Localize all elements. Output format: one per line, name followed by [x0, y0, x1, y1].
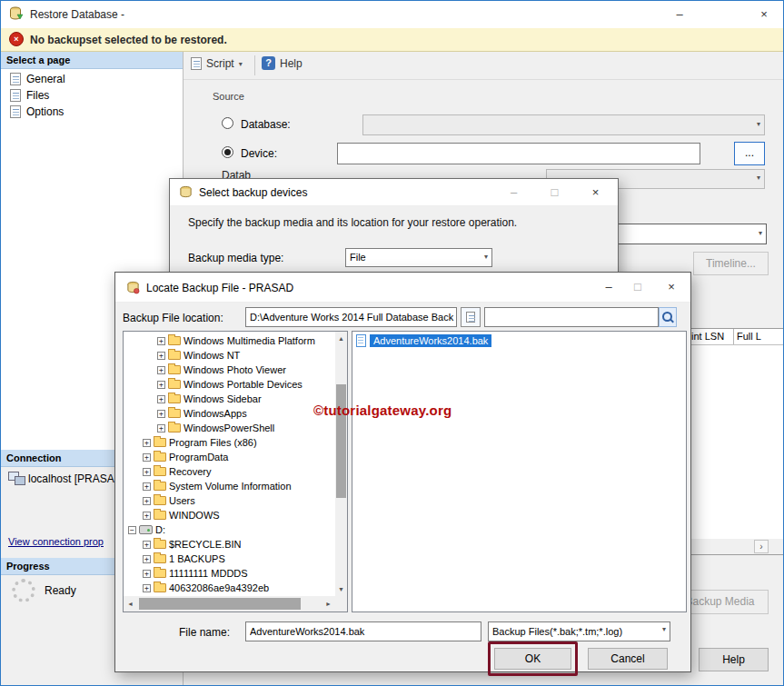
file-list-item-selected[interactable]: AdventureWorks2014.bak [352, 332, 686, 347]
expand-icon[interactable]: + [157, 395, 165, 403]
expand-icon[interactable]: + [157, 366, 165, 374]
tree-item[interactable]: +WindowsApps [124, 406, 335, 421]
tree-item[interactable]: +WINDOWS [124, 508, 335, 522]
tree-item-label: WindowsApps [184, 408, 247, 419]
database-combobox: ▾ [362, 114, 765, 135]
tree-item[interactable]: +11111111 MDDDS [124, 566, 335, 581]
script-label: Script [206, 57, 234, 70]
scroll-left-icon[interactable]: ◄ [124, 596, 137, 611]
collapse-icon[interactable]: − [128, 526, 136, 534]
database-radio[interactable] [222, 117, 233, 129]
tree-item[interactable]: +WindowsPowerShell [124, 421, 335, 435]
device-radio[interactable] [222, 146, 233, 158]
tree-item[interactable]: +40632086ae9a4392eb [124, 581, 335, 595]
expand-icon[interactable]: + [157, 424, 165, 432]
search-input[interactable] [484, 307, 659, 327]
file-name-label: File name: [179, 626, 230, 639]
sidebar-item-general[interactable]: General [1, 69, 183, 85]
window-title: Restore Database - [30, 8, 124, 21]
expand-icon[interactable]: + [143, 497, 151, 505]
expand-icon[interactable]: + [157, 410, 165, 418]
chevron-down-icon: ▾ [757, 114, 760, 132]
tree-item[interactable]: +Windows Photo Viewer [124, 363, 335, 377]
help-toolbar-button[interactable]: ? Help [262, 56, 303, 70]
refresh-button[interactable] [461, 307, 481, 327]
tree-vscrollbar[interactable]: ▲ ▼ [335, 332, 347, 596]
help-label: Help [280, 57, 303, 70]
tree-item[interactable]: +1 BACKUPS [124, 552, 335, 566]
folder-icon [154, 438, 166, 447]
scroll-right-icon[interactable]: › [754, 540, 769, 553]
browse-device-button[interactable]: ... [734, 142, 765, 165]
chevron-down-icon: ▾ [662, 621, 666, 639]
tree-item[interactable]: +ProgramData [124, 450, 335, 464]
tree-item-label: WindowsPowerShell [184, 423, 274, 433]
ok-button[interactable]: OK [494, 648, 571, 670]
expand-icon[interactable]: + [157, 381, 165, 389]
timeline-button: Timeline... [693, 252, 769, 275]
close-button[interactable]: × [743, 1, 784, 28]
expand-icon[interactable]: + [143, 541, 151, 549]
cancel-button[interactable]: Cancel [588, 648, 668, 670]
tree-item[interactable]: +$RECYCLE.BIN [124, 537, 335, 552]
hscrollbar-thumb[interactable] [139, 598, 301, 610]
vscrollbar-thumb[interactable] [336, 384, 346, 498]
scroll-up-icon[interactable]: ▲ [335, 332, 347, 345]
tree-item[interactable]: +System Volume Information [124, 479, 335, 493]
expand-icon[interactable]: + [143, 482, 151, 491]
server-connection-icon [8, 472, 25, 484]
file-type-combobox[interactable]: Backup Files(*.bak;*.tm;*.log) ▾ [488, 621, 670, 641]
close-button[interactable]: × [655, 273, 688, 302]
file-list: AdventureWorks2014.bak [352, 331, 687, 612]
sidebar-item-label: Files [26, 89, 49, 102]
toolbar: Script ▾ ? Help [184, 52, 784, 80]
script-button[interactable]: Script ▾ [191, 57, 243, 70]
media-type-label: Backup media type: [188, 252, 283, 264]
expand-icon[interactable]: + [143, 570, 151, 578]
warning-text: No backupset selected to be restored. [30, 34, 227, 46]
expand-icon[interactable]: + [157, 337, 165, 345]
minimize-button[interactable]: – [593, 273, 624, 302]
media-type-combobox[interactable]: File ▾ [345, 248, 492, 267]
file-name-input[interactable] [245, 621, 481, 641]
view-connection-properties-link[interactable]: View connection prop [8, 536, 104, 547]
grid-hscrollbar[interactable]: › [689, 539, 783, 554]
device-input[interactable] [337, 143, 700, 164]
scroll-down-icon[interactable]: ▼ [335, 582, 347, 596]
search-button[interactable] [659, 307, 677, 327]
expand-icon[interactable]: + [143, 453, 151, 462]
tree-item[interactable]: +Windows Sidebar [124, 392, 335, 406]
maximize-button: □ [622, 273, 653, 302]
tree-item[interactable]: +Windows Multimedia Platform [124, 333, 335, 348]
tree-hscrollbar[interactable]: ◄ ► [124, 596, 335, 611]
backup-file-location-combobox[interactable]: D:\Adventure Works 2014 Full Database Ba… [245, 307, 457, 327]
backup-sets-grid: int LSN Full L › [688, 328, 784, 555]
database-radio-label: Database: [241, 118, 291, 131]
tree-item[interactable]: +Users [124, 493, 335, 508]
backup-file-location-label: Backup File location: [123, 312, 223, 324]
drive-icon [139, 525, 153, 534]
tree-item[interactable]: +Windows NT [124, 348, 335, 363]
help-button[interactable]: Help [699, 648, 769, 671]
refresh-icon [466, 312, 475, 323]
dialog-titlebar: Locate Backup File - PRASAD – □ × [115, 273, 690, 303]
expand-icon[interactable]: + [143, 512, 151, 520]
minimize-button[interactable]: – [659, 1, 700, 28]
expand-icon[interactable]: + [143, 439, 151, 447]
expand-icon[interactable]: + [143, 584, 151, 592]
toolbar-separator [254, 55, 255, 75]
sidebar-item-options[interactable]: Options [1, 102, 183, 118]
tree-item[interactable]: +Windows Portable Devices [124, 377, 335, 392]
sidebar-item-files[interactable]: Files [1, 85, 183, 102]
expand-icon[interactable]: + [143, 468, 151, 476]
page-icon [10, 89, 21, 102]
close-button[interactable]: × [575, 179, 616, 206]
scroll-right-icon[interactable]: ► [322, 596, 335, 611]
tree-item[interactable]: +Program Files (x86) [124, 435, 335, 450]
tree-item-expanded[interactable]: −D: [124, 522, 335, 537]
expand-icon[interactable]: + [143, 555, 151, 563]
tree-item[interactable]: +Recovery [124, 464, 335, 479]
chevron-down-icon: ▾ [757, 169, 760, 186]
expand-icon[interactable]: + [157, 352, 165, 360]
folder-icon [168, 380, 181, 389]
